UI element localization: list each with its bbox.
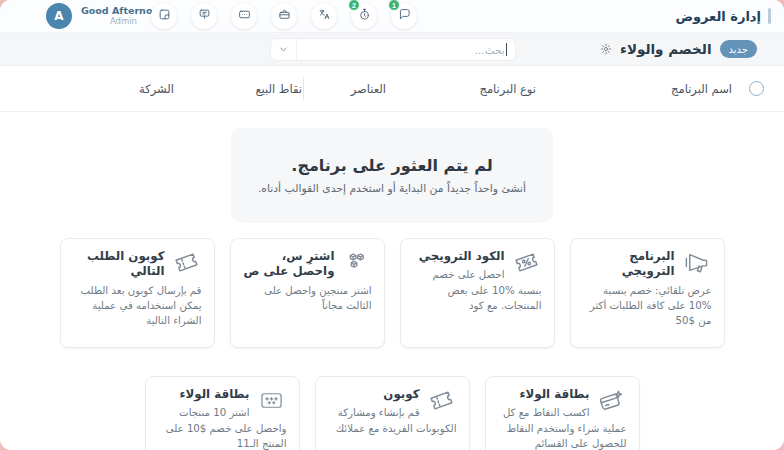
chat-icon bbox=[398, 8, 411, 24]
template-card-coupon[interactable]: كوبون قم بإنشاء ومشاركة الكوبونات الفريد… bbox=[315, 376, 470, 450]
stamp-card-icon bbox=[257, 387, 287, 417]
topbar: A Good Afternoon Admin 2 bbox=[0, 0, 784, 33]
topbar-icon-row: 2 1 bbox=[151, 3, 417, 29]
template-card-stamp-card[interactable]: بطاقة الولاء اشتر 10 منتجات واحصل على خص… bbox=[145, 376, 300, 450]
cards-button[interactable] bbox=[231, 3, 257, 29]
column-header-company[interactable]: الشركة bbox=[139, 82, 174, 96]
megaphone-icon bbox=[682, 249, 712, 279]
section-title: الخصم والولاء bbox=[620, 41, 712, 57]
column-divider bbox=[303, 77, 304, 100]
messages-button[interactable]: 1 bbox=[391, 3, 417, 29]
column-header-pos[interactable]: نقاط البيع bbox=[255, 82, 302, 96]
app-window: A Good Afternoon Admin 2 bbox=[0, 0, 784, 450]
notes-button[interactable] bbox=[151, 3, 177, 29]
column-header-program-name[interactable]: اسم البرنامج bbox=[671, 82, 732, 96]
search-placeholder: بحث... bbox=[475, 44, 505, 56]
translate-icon bbox=[318, 8, 331, 24]
language-button[interactable] bbox=[311, 3, 337, 29]
avatar-letter: A bbox=[54, 9, 63, 23]
template-card-promo-code[interactable]: الكود الترويجي احصل على خصم بنسبة %10 عل… bbox=[400, 238, 555, 348]
page-head: إدارة العروض bbox=[675, 0, 771, 32]
text-cursor bbox=[506, 43, 507, 56]
template-card-description: قم بإرسال كوبون بعد الطلب يمكن استخدامه … bbox=[73, 283, 202, 329]
select-all-radio[interactable] bbox=[749, 81, 764, 96]
empty-state-title: لم يتم العثور على برنامج. bbox=[291, 156, 492, 175]
settings-gear-icon[interactable] bbox=[600, 43, 612, 55]
column-header-program-type[interactable]: نوع البرنامج bbox=[480, 82, 536, 96]
timer-icon bbox=[358, 8, 371, 24]
presentation-icon bbox=[198, 8, 211, 24]
greeting-text: Good Afternoon bbox=[81, 6, 137, 17]
ticket-icon bbox=[427, 387, 457, 417]
ticket-percent-icon bbox=[512, 249, 542, 279]
template-card-description: اشتر منتجين واحصل على الثالث مجاناً bbox=[243, 283, 372, 314]
note-icon bbox=[158, 8, 171, 24]
empty-state-subtitle: أنشئ واحداً جديداً من البداية أو استخدم … bbox=[258, 182, 526, 195]
template-card-loyalty-points[interactable]: بطاقة الولاء اكسب النقاط مع كل عملية شرا… bbox=[485, 376, 640, 450]
template-cards-row2: بطاقة الولاء اكسب النقاط مع كل عملية شرا… bbox=[0, 376, 784, 450]
card-icon bbox=[238, 8, 251, 24]
user-role: Admin bbox=[81, 17, 137, 27]
section-header: الخصم والولاء جديد bbox=[600, 33, 757, 65]
template-cards-row1: البرنامج الترويجي عرض تلقائي: خصم بنسبة … bbox=[0, 238, 784, 348]
search-box[interactable]: بحث... bbox=[270, 38, 516, 61]
timers-button[interactable]: 2 bbox=[351, 3, 377, 29]
toolbar: بحث... الخصم والولاء جديد bbox=[0, 33, 784, 66]
table-header-row: اسم البرنامج نوع البرنامج العناصر نقاط ا… bbox=[0, 66, 784, 112]
new-program-button[interactable]: جديد bbox=[720, 40, 757, 58]
page-title: إدارة العروض bbox=[675, 9, 761, 24]
search-input[interactable]: بحث... bbox=[297, 39, 515, 60]
ticket-icon bbox=[172, 249, 202, 279]
display-button[interactable] bbox=[191, 3, 217, 29]
accent-bar bbox=[768, 8, 771, 24]
template-card-description: عرض تلقائي: خصم بنسبة %10 على كافة الطلب… bbox=[583, 283, 712, 329]
template-card-next-order-coupon[interactable]: كوبون الطلب التالي قم بإرسال كوبون بعد ا… bbox=[60, 238, 215, 348]
card-star-icon bbox=[597, 387, 627, 417]
empty-state: لم يتم العثور على برنامج. أنشئ واحداً جد… bbox=[231, 128, 553, 223]
chevron-down-icon[interactable] bbox=[271, 39, 297, 60]
greeting-block: Good Afternoon Admin bbox=[81, 6, 137, 27]
template-card-promo-program[interactable]: البرنامج الترويجي عرض تلقائي: خصم بنسبة … bbox=[570, 238, 725, 348]
cubes-icon bbox=[342, 249, 372, 279]
column-header-items[interactable]: العناصر bbox=[351, 82, 386, 96]
store-button[interactable] bbox=[271, 3, 297, 29]
template-card-buy-x-get-y[interactable]: اشترِ س، واحصل على ص اشتر منتجين واحصل ع… bbox=[230, 238, 385, 348]
avatar[interactable]: A bbox=[46, 3, 72, 29]
shop-icon bbox=[278, 8, 291, 24]
